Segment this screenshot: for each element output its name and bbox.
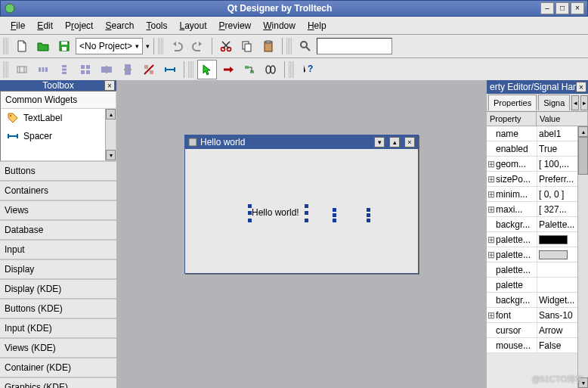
scroll-up-icon[interactable]: ▴ bbox=[106, 109, 116, 120]
search-button[interactable] bbox=[296, 36, 315, 56]
property-row[interactable]: backgr...Palette... bbox=[487, 217, 577, 232]
mdi-area[interactable]: Hello world ▾ ▴ × Hello world! bbox=[116, 80, 487, 388]
toolbox-category[interactable]: Display (KDE) bbox=[0, 279, 116, 299]
tab-signals[interactable]: Signa bbox=[538, 95, 570, 110]
toolbar-grip[interactable] bbox=[286, 38, 292, 54]
scroll-down-icon[interactable]: ▾ bbox=[106, 150, 116, 160]
toolbox-item-spacer[interactable]: Spacer bbox=[1, 127, 116, 145]
property-editor-header[interactable]: erty Editor/Signal Hand × bbox=[487, 80, 588, 94]
toolbox-category[interactable]: Views bbox=[0, 200, 116, 220]
layout-vbox-button[interactable] bbox=[54, 60, 74, 79]
expand-icon[interactable]: ⊞ bbox=[487, 159, 496, 169]
tab-order-button[interactable] bbox=[240, 60, 259, 79]
save-file-button[interactable] bbox=[54, 36, 74, 56]
selected-textlabel-widget[interactable]: Hello world! bbox=[250, 206, 306, 220]
layout-grid-button[interactable] bbox=[76, 60, 95, 79]
resize-handle[interactable] bbox=[248, 219, 252, 222]
property-value[interactable]: Palette... bbox=[537, 217, 577, 231]
property-row[interactable]: palette bbox=[487, 278, 577, 293]
property-row[interactable]: palette... bbox=[487, 262, 577, 278]
property-value[interactable]: True bbox=[537, 141, 577, 156]
form-close-icon[interactable]: × bbox=[404, 137, 415, 147]
spacer-tool-button[interactable] bbox=[160, 60, 180, 79]
form-titlebar[interactable]: Hello world ▾ ▴ × bbox=[185, 135, 418, 149]
resize-handle[interactable] bbox=[305, 211, 308, 215]
layout-vsplit-button[interactable] bbox=[118, 60, 138, 79]
menu-project[interactable]: Project bbox=[59, 18, 99, 33]
new-file-button[interactable] bbox=[12, 36, 32, 56]
menu-search[interactable]: Search bbox=[99, 18, 140, 33]
property-value[interactable] bbox=[537, 247, 577, 262]
toolbox-category[interactable]: Input bbox=[0, 240, 116, 259]
toolbox-category[interactable]: Views (KDE) bbox=[0, 338, 116, 358]
form-minimize-icon[interactable]: ▾ bbox=[374, 137, 385, 147]
expand-icon[interactable]: ⊞ bbox=[487, 204, 496, 215]
paste-button[interactable] bbox=[258, 36, 278, 56]
whatsthis-button[interactable]: ? bbox=[298, 60, 317, 79]
property-value[interactable]: Arrow bbox=[537, 323, 577, 337]
expand-icon[interactable]: ⊞ bbox=[487, 310, 496, 321]
menu-preview[interactable]: Preview bbox=[213, 18, 258, 33]
property-value[interactable]: False bbox=[537, 338, 577, 352]
menu-file[interactable]: File bbox=[5, 18, 31, 33]
property-row[interactable]: mouse...False bbox=[487, 338, 577, 353]
property-value[interactable]: [ 100,... bbox=[537, 157, 577, 171]
menu-window[interactable]: Window bbox=[257, 18, 302, 33]
form-maximize-icon[interactable]: ▴ bbox=[389, 137, 400, 147]
toolbox-category[interactable]: Database bbox=[0, 220, 116, 240]
connect-tool-button[interactable] bbox=[218, 60, 238, 79]
property-row[interactable]: ⊞geom...[ 100,... bbox=[487, 157, 577, 172]
project-combo[interactable]: <No Project> ▾ bbox=[76, 38, 143, 54]
pointer-tool-button[interactable] bbox=[197, 60, 217, 79]
property-value[interactable] bbox=[537, 232, 577, 247]
scroll-up-icon[interactable]: ▴ bbox=[578, 126, 588, 137]
toolbar-grip[interactable] bbox=[188, 61, 194, 78]
property-value[interactable]: Sans-10 bbox=[537, 308, 577, 322]
toolbar-grip[interactable] bbox=[289, 61, 295, 78]
toolbox-category[interactable]: Containers bbox=[0, 181, 116, 200]
toolbox-header[interactable]: Toolbox × bbox=[0, 80, 116, 91]
property-row[interactable]: ⊞palette... bbox=[487, 232, 577, 247]
close-button[interactable]: × bbox=[571, 2, 584, 14]
spacer-widget[interactable] bbox=[333, 208, 370, 223]
minimize-button[interactable]: – bbox=[540, 2, 554, 14]
toolbox-category[interactable]: Graphics (KDE) bbox=[0, 377, 116, 388]
property-editor-close-icon[interactable]: × bbox=[576, 82, 586, 92]
toolbox-category[interactable]: Buttons bbox=[0, 161, 116, 181]
property-value[interactable]: Widget... bbox=[537, 293, 577, 307]
property-grid[interactable]: nameabel1enabledTrue⊞geom...[ 100,...⊞si… bbox=[487, 126, 577, 388]
property-value[interactable]: [ 0, 0 ] bbox=[537, 187, 577, 201]
tab-scroll-left-icon[interactable]: ◂ bbox=[571, 95, 579, 110]
cut-button[interactable] bbox=[216, 36, 236, 56]
break-layout-button[interactable] bbox=[139, 60, 159, 79]
expand-icon[interactable]: ⊞ bbox=[487, 189, 496, 200]
expand-icon[interactable]: ⊞ bbox=[487, 250, 496, 260]
redo-button[interactable] bbox=[188, 36, 208, 56]
property-row[interactable]: ⊞maxi...[ 327... bbox=[487, 202, 577, 217]
project-dropdown-icon[interactable]: ▾ bbox=[146, 42, 150, 50]
buddy-tool-button[interactable] bbox=[261, 60, 280, 79]
property-scrollbar[interactable]: ▴ ▾ bbox=[577, 126, 588, 388]
toolbox-category[interactable]: Display bbox=[0, 259, 116, 279]
property-row[interactable]: nameabel1 bbox=[487, 126, 577, 141]
form-canvas[interactable]: Hello world! bbox=[185, 149, 418, 273]
menu-edit[interactable]: Edit bbox=[31, 18, 59, 33]
menu-layout[interactable]: Layout bbox=[174, 18, 213, 33]
property-row[interactable]: ⊞palette... bbox=[487, 247, 577, 262]
tab-scroll-right-icon[interactable]: ▸ bbox=[580, 95, 588, 110]
layout-hbox-button[interactable] bbox=[33, 60, 53, 79]
tab-properties[interactable]: Properties bbox=[488, 95, 537, 110]
expand-icon[interactable]: ⊞ bbox=[487, 174, 496, 185]
property-value[interactable]: [ 327... bbox=[537, 202, 577, 216]
undo-button[interactable] bbox=[167, 36, 187, 56]
property-value[interactable]: Preferr... bbox=[537, 172, 577, 186]
toolbox-category[interactable]: Buttons (KDE) bbox=[0, 299, 116, 318]
maximize-button[interactable]: □ bbox=[556, 2, 569, 14]
property-value[interactable]: abel1 bbox=[537, 126, 577, 141]
adjust-size-button[interactable] bbox=[12, 60, 32, 79]
layout-hsplit-button[interactable] bbox=[97, 60, 116, 79]
property-row[interactable]: ⊞sizePo...Preferr... bbox=[487, 172, 577, 187]
property-row[interactable]: cursorArrow bbox=[487, 323, 577, 338]
toolbox-category[interactable]: Container (KDE) bbox=[0, 358, 116, 377]
menu-help[interactable]: Help bbox=[302, 18, 333, 33]
